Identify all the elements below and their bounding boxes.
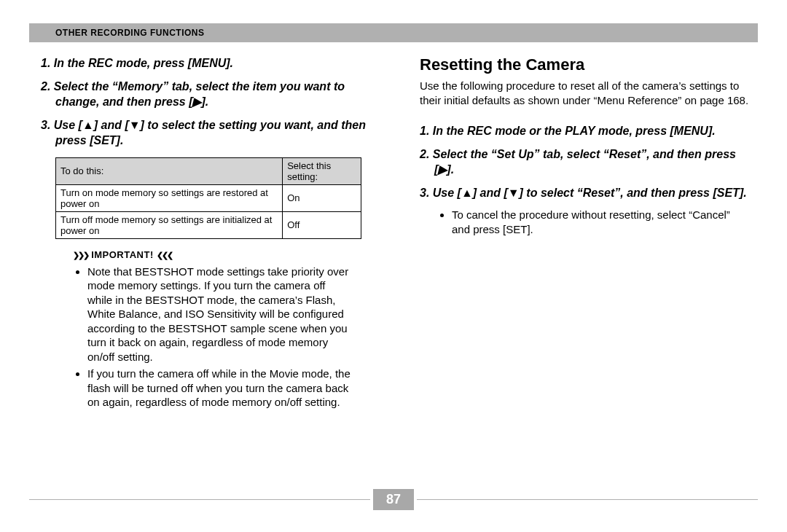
step-3: 3. Use [▲] and [▼] to select the setting… [29,117,379,149]
list-item: If you turn the camera off while in the … [87,367,353,410]
footer-line-left [29,499,370,500]
important-deco-right: ❮❮❮ [157,251,172,259]
important-deco-left: ❯❯❯ [73,251,88,259]
r-step-3-text: Use [▲] and [▼] to select “Reset”, and t… [433,187,747,199]
table-header-row: To do this: Select this setting: [56,157,361,184]
step-1-text: In the REC mode, press [MENU]. [54,57,233,69]
table-header-c2: Select this setting: [283,157,361,184]
intro-text: Use the following procedure to reset all… [420,79,758,107]
r-step-1: 1. In the REC mode or the PLAY mode, pre… [408,123,758,139]
important-label: ❯❯❯ IMPORTANT! ❮❮❮ [73,249,379,260]
cancel-note: To cancel the procedure without resettin… [440,208,758,236]
important-bullets: Note that BESTSHOT mode settings take pr… [76,265,379,410]
step-2: 2. Select the “Memory” tab, select the i… [29,79,379,110]
step-3-text: Use [▲] and [▼] to select the setting yo… [54,119,366,147]
r-step-1-text: In the REC mode or the PLAY mode, press … [433,125,716,137]
section-title: Other Recording Functions [55,28,205,38]
right-column: Resetting the Camera Use the following p… [408,55,758,412]
settings-table: To do this: Select this setting: Turn on… [55,157,361,239]
section-header-bar: Other Recording Functions [29,23,758,42]
list-item: To cancel the procedure without resettin… [452,208,743,236]
table-row: Turn on mode memory so settings are rest… [56,184,361,211]
step-2-text: Select the “Memory” tab, select the item… [54,80,345,109]
list-item: Note that BESTSHOT mode settings take pr… [87,265,353,364]
r-step-2: 2. Select the “Set Up” tab, select “Rese… [408,146,758,178]
r-step-2-text: Select the “Set Up” tab, select “Reset”,… [433,148,736,176]
r-step-3: 3. Use [▲] and [▼] to select “Reset”, an… [408,185,758,201]
table-cell: On [283,184,361,211]
table-row: Turn off mode memory so settings are ini… [56,211,361,238]
page-footer: 87 [29,489,758,510]
left-column: 1. In the REC mode, press [MENU]. 2. Sel… [29,55,379,412]
page-heading: Resetting the Camera [420,55,758,74]
content-columns: 1. In the REC mode, press [MENU]. 2. Sel… [29,55,758,412]
page-number: 87 [373,489,414,510]
table-cell: Off [283,211,361,238]
step-1: 1. In the REC mode, press [MENU]. [29,55,379,71]
table-cell: Turn off mode memory so settings are ini… [56,211,283,238]
footer-line-right [417,499,758,500]
important-label-text: IMPORTANT! [91,249,154,260]
table-cell: Turn on mode memory so settings are rest… [56,184,283,211]
table-header-c1: To do this: [56,157,283,184]
